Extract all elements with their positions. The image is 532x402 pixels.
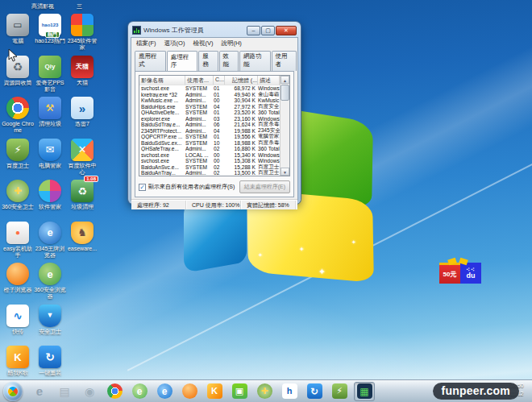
close-button[interactable]: ✕ <box>276 26 297 35</box>
desktop-icon-360-browser[interactable]: e 360安全浏览器 <box>34 263 66 300</box>
column-cpu[interactable]: C... <box>214 76 225 85</box>
show-all-users-label: 顯示來自所有使用者的處理程序(S) <box>148 183 235 191</box>
menu-item[interactable]: 檢視(V) <box>189 39 216 48</box>
desktop-icon-soft-manager[interactable]: 软件管家 <box>34 180 66 210</box>
tab[interactable]: 服務 <box>198 51 218 71</box>
start-button[interactable] <box>3 382 23 401</box>
taskbar-app-button-media-player[interactable]: ◉ <box>79 382 100 401</box>
scroll-up-arrow[interactable]: ▲ <box>281 76 289 84</box>
sparkle-icon: ✦ <box>258 252 263 259</box>
desktop-icon-chrome[interactable]: Google Chrome <box>2 97 34 134</box>
desktop-icon-label: Google Chrome <box>2 121 34 134</box>
desktop-icon-kuaichuan[interactable]: ∿ 快传 <box>2 305 34 335</box>
desktop-icon-baidu-soft-center[interactable]: ✕ 百度软件中心 <box>66 139 98 176</box>
menu-bar: 檔案(F)選項(O)檢視(V)說明(H) <box>131 38 297 49</box>
vertical-scrollbar[interactable]: ▲ ▼ <box>280 76 289 176</box>
process-row-svchost.exe[interactable]: svchost.exe LOCAL ... 00 15,340 K Window… <box>139 152 280 159</box>
tab[interactable]: 使用者 <box>272 51 297 71</box>
desktop-icon-blue-shield[interactable]: ▼ 安全卫士 <box>34 305 66 335</box>
top-edge-label: 高清影视 <box>31 2 54 10</box>
desktop-icon-recycle-bin[interactable]: ♻ 資源回收筒 <box>2 56 34 86</box>
desktop-icon-label: 360安全浏览器 <box>34 287 66 300</box>
scroll-down-arrow[interactable]: ▼ <box>281 168 289 176</box>
process-rows: svchost.exe SYSTEM 01 68,972 K Windows .… <box>139 85 280 176</box>
desktop-icon-label: 迅雷7 <box>66 121 98 127</box>
taskbar-app-button-ie-browser[interactable]: e <box>29 382 50 401</box>
table-header[interactable]: 影像名稱 使用者... C... 記憶體 (... 描述 <box>139 76 289 85</box>
desktop-icon-tmall[interactable]: 天猫 天猫 <box>66 56 98 86</box>
process-row-BaiduAnTray...[interactable]: BaiduAnTray... Admini... 02 13,500 K 百度卫… <box>139 170 280 176</box>
desktop-icon-reinstall[interactable]: ↻ 一键重装 <box>34 346 66 376</box>
taskbar-app-button-task-manager[interactable]: ▦ <box>354 382 375 401</box>
status-process-count: 處理程序: 92 <box>131 201 186 209</box>
column-memory[interactable]: 記憶體 (... <box>225 76 258 85</box>
menu-item[interactable]: 檔案(F) <box>133 39 160 48</box>
column-image-name[interactable]: 影像名稱 <box>139 76 185 85</box>
gift-box-icon[interactable]: 50元 <box>439 263 460 284</box>
process-row-kxetray.exe *32[interactable]: kxetray.exe *32 Admini... 01 49,940 K 金山… <box>139 92 280 98</box>
column-description[interactable]: 描述 <box>258 76 280 85</box>
desktop-icon-label: easeware... <box>66 246 98 252</box>
tab[interactable]: 處理程序 <box>167 51 198 71</box>
desktop-icon-label: 安全卫士 <box>34 329 66 335</box>
maximize-button[interactable]: ▢ <box>261 26 275 35</box>
desktop-icon-label: easy装机助手 <box>2 246 34 259</box>
taskbar-app-button-orange-app[interactable] <box>179 382 200 401</box>
desktop-icon-2345-browser[interactable]: e 2345王牌浏览器 <box>34 222 66 259</box>
taskbar-app-button-360-safe[interactable]: ✚ <box>254 382 275 401</box>
minimize-button[interactable]: – <box>247 26 260 35</box>
tab[interactable]: 網路功能 <box>239 51 271 71</box>
desktop-icon-iqiyi-pps[interactable]: Qiy 爱奇艺PPS影音 <box>34 56 66 93</box>
desktop-icon-label: 酷我K歌 <box>2 370 34 376</box>
desktop-icon-360-safe[interactable]: ✚ 360安全卫士 <box>2 180 34 210</box>
menu-item[interactable]: 說明(H) <box>218 39 244 48</box>
baidu-promo-widget[interactable]: 50元 ⁖⁖ du <box>439 263 481 284</box>
end-process-button[interactable]: 結束處理程序(E) <box>239 180 290 193</box>
taskbar-items: e ▤ ◉ e e K ▣ ✚ h ↻ ⚡ ▦ <box>29 382 379 401</box>
desktop-icon-computer[interactable]: ▭ 電腦 <box>2 14 34 44</box>
taskbar-app-button-kuwo-k[interactable]: K <box>204 382 225 401</box>
gift-ribbon-icon <box>447 257 468 265</box>
baidu-logo-icon[interactable]: ⁖⁖ du <box>460 263 481 284</box>
sparkle-icon: ✦ <box>299 246 305 253</box>
taskbar-app-button-green-square-app[interactable]: ▣ <box>229 382 250 401</box>
taskbar-app-button-reinstall[interactable]: ↻ <box>304 382 325 401</box>
process-row-BaiduSdSvc.ex...[interactable]: BaiduSdSvc.ex... SYSTEM 10 18,988 K 百度杀毒… <box>139 140 280 147</box>
desktop-icon-junk-clean[interactable]: ♻ 1.08 垃圾清理 <box>66 180 98 210</box>
desktop-icon-easy-helper[interactable]: ● easy装机助手 <box>2 222 34 259</box>
taskbar-app-button-browser-blue-e[interactable]: e <box>154 382 175 401</box>
desktop-icon-label: 爱奇艺PPS影音 <box>34 80 66 93</box>
taskbar-app-button-explorer-folder[interactable]: ▤ <box>54 382 75 401</box>
desktop-icon-label: 垃圾清理 <box>66 204 98 210</box>
scroll-thumb[interactable] <box>281 85 289 101</box>
column-user[interactable]: 使用者... <box>185 76 214 85</box>
taskbar-app-button-chrome[interactable] <box>104 382 125 401</box>
desktop-icon-pc-manager[interactable]: ✉ 电脑管家 <box>34 139 66 169</box>
top-edge-label: 三 <box>77 2 82 10</box>
menu-item[interactable]: 選項(O) <box>161 39 189 48</box>
desktop-icon-2345-manager[interactable]: 2345软件管家 <box>66 14 98 51</box>
taskbar-app-button-baidu-weishi[interactable]: ⚡ <box>329 382 350 401</box>
desktop-icon-xunlei7[interactable]: » 迅雷7 <box>66 97 98 127</box>
desktop-icon-label: hao123熱門 <box>34 38 66 44</box>
taskbar-app-button-hao123[interactable]: h <box>279 382 300 401</box>
tab[interactable]: 效能 <box>219 51 239 71</box>
status-cpu-usage: CPU 使用率: 100% <box>186 201 241 209</box>
show-all-users-checkbox[interactable]: ✓ <box>139 184 146 191</box>
process-row-QHSafeTray.e...[interactable]: QHSafeTray.e... Admini... 02 16,880 K 36… <box>139 146 280 152</box>
desktop-icon-orange-app[interactable]: 橙子浏览器 <box>2 263 34 293</box>
desktop-icon-label: 百度软件中心 <box>66 163 98 176</box>
desktop-icon-hao123[interactable]: hao123 熱門 hao123熱門 <box>34 14 66 44</box>
desktop-icon-clean-junk[interactable]: ⚒ 清理垃圾 <box>34 97 66 127</box>
desktop-icon-baidu-weishi[interactable]: ⚡ 百度卫士 <box>2 139 34 169</box>
process-row-QHActiveDefe...[interactable]: QHActiveDefe... SYSTEM 01 23,520 K 360 T… <box>139 110 280 116</box>
tab-strip: 應用程式處理程序服務效能網路功能使用者 <box>131 49 297 71</box>
title-bar[interactable]: Windows 工作管理員 – ▢ ✕ <box>131 23 298 37</box>
processes-tab-panel: 影像名稱 使用者... C... 記憶體 (... 描述 svchost.exe… <box>135 71 294 197</box>
desktop-icon-kuwo-k[interactable]: K 酷我K歌 <box>2 346 34 376</box>
tab[interactable]: 應用程式 <box>135 51 166 71</box>
process-row-BaiduHips.exe[interactable]: BaiduHips.exe SYSTEM 04 27,972 K 百度安全... <box>139 104 280 110</box>
taskbar-app-button-browser-360-green[interactable]: e <box>129 382 150 401</box>
desktop-icon-label: 360安全卫士 <box>2 204 34 210</box>
desktop-icon-lion-app[interactable]: ♞ easeware... <box>66 222 98 252</box>
